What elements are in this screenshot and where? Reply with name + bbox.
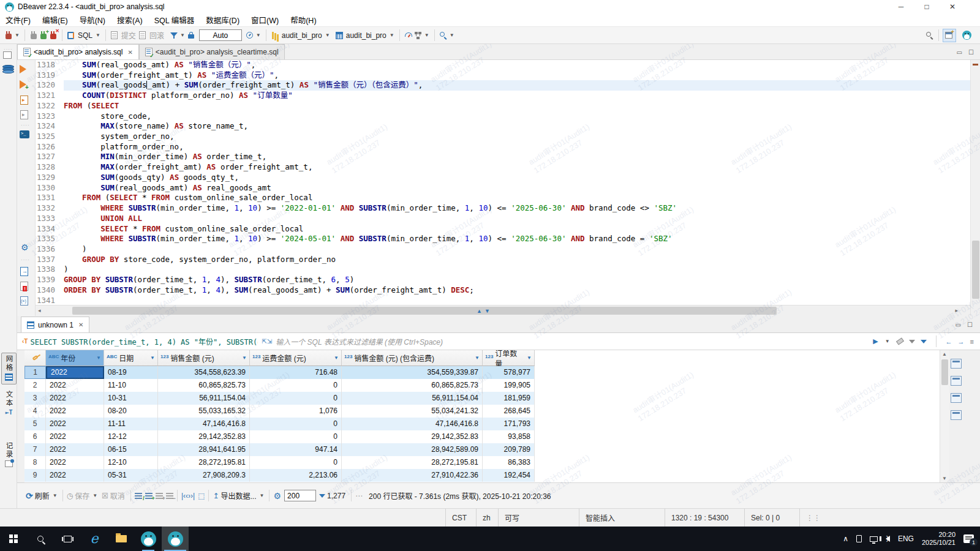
table-cell[interactable]: 2022 [46, 418, 104, 430]
cancel-button[interactable]: 取消 [110, 490, 125, 501]
table-cell[interactable]: 0 [250, 379, 342, 392]
minimize-editor-icon[interactable]: ▭ [957, 49, 962, 56]
code-line[interactable]: 1331 FROM (SELECT * FROM custom_online_s… [36, 193, 970, 203]
tab-analysis-cleartime-sql[interactable]: <audit_bi_pro> analysis_cleartime.sql [139, 44, 285, 59]
code-line[interactable]: 1324 MAX(store_name) AS store_name_t, [36, 121, 970, 132]
code-line[interactable]: 1338) [36, 264, 970, 275]
table-cell[interactable]: 12-12 [104, 430, 158, 443]
dbeaver-taskbar-icon-active[interactable] [162, 527, 189, 551]
table-cell[interactable]: 2022 [46, 366, 104, 379]
aggregate-panel-toggle-icon[interactable] [951, 410, 962, 420]
table-cell[interactable]: 28,941,641.95 [158, 443, 250, 456]
column-header-3[interactable]: 123销售金额 (元)▼ [158, 350, 250, 366]
tray-expand-icon[interactable]: ∧ [843, 534, 848, 543]
code-line[interactable]: 1334 SELECT * FROM custom_online_sale_or… [36, 224, 970, 234]
table-cell[interactable]: 08-20 [104, 405, 158, 418]
code-line[interactable]: 1339GROUP BY SUBSTR(order_time_t, 1, 4),… [36, 275, 970, 285]
validate-file-icon[interactable] [20, 282, 28, 291]
first-page-icon[interactable]: |‹ [181, 492, 186, 500]
column-filter-icon[interactable]: ▼ [239, 355, 247, 361]
table-row[interactable]: 2202211-1060,865,825.73060,865,825.73199… [24, 379, 940, 392]
network-dropdown[interactable]: ▼ [424, 32, 429, 38]
dbeaver-taskbar-icon[interactable] [135, 527, 162, 551]
scrollbar-thumb[interactable] [972, 241, 979, 299]
column-header-4[interactable]: 123运费金额 (元)▼ [250, 350, 342, 366]
code-line[interactable]: 1341 [36, 296, 970, 305]
code-line[interactable]: 1319 SUM(order_freight_amt_t) AS "运费金额（元… [36, 70, 970, 81]
sql-code-editor[interactable]: 1318 SUM(real_goods_amt) AS "销售金额（元）",13… [36, 60, 970, 305]
grid-scroll-up-icon[interactable]: ▲ [942, 351, 947, 357]
schema-selector[interactable]: audit_bi_pro [346, 31, 386, 40]
disconnect-icon[interactable] [48, 31, 58, 40]
result-tab-unknown-1[interactable]: unknown 1 ✕ [21, 317, 89, 332]
column-header-2[interactable]: ABC日期▼ [104, 350, 158, 366]
table-cell[interactable]: 60,865,825.73 [342, 379, 483, 392]
table-cell[interactable]: 29,142,352.83 [158, 430, 250, 443]
export-dropdown[interactable]: ▼ [260, 493, 265, 498]
result-settings-icon[interactable]: ⚙ [273, 491, 281, 501]
edit-cell-icon[interactable]: / [135, 493, 142, 499]
search-dropdown[interactable]: ▼ [450, 32, 454, 38]
code-line[interactable]: 1326 platform_order_no, [36, 142, 970, 152]
filter-menu-icon[interactable]: ≡ [970, 338, 974, 345]
last-page-icon[interactable]: ›| [190, 492, 195, 500]
grid-vertical-scrollbar[interactable]: ▲ ▼ [940, 350, 949, 482]
scrollbar-thumb[interactable] [72, 307, 777, 315]
start-button[interactable] [0, 527, 27, 551]
new-connection-dropdown[interactable]: ▼ [15, 32, 20, 38]
refresh-button[interactable]: 刷新 [35, 490, 50, 501]
code-line[interactable]: 1322FROM (SELECT [36, 101, 970, 111]
code-line[interactable]: 1321 COUNT(DISTINCT platform_order_no) A… [36, 91, 970, 101]
editor-settings-icon[interactable]: ⚙ [21, 242, 29, 252]
table-cell[interactable]: 86,383 [483, 456, 535, 469]
execute-script-icon[interactable] [20, 96, 28, 105]
table-row[interactable]: 6202212-1229,142,352.83029,142,352.8393,… [24, 430, 940, 443]
row-number[interactable]: 7 [24, 443, 46, 456]
scroll-left-icon[interactable]: ◂ [38, 307, 41, 313]
table-cell[interactable]: 2022 [46, 443, 104, 456]
table-cell[interactable]: 0 [250, 392, 342, 405]
connection-selector[interactable]: audit_bi_pro [282, 31, 322, 40]
table-cell[interactable]: 2022 [46, 469, 104, 482]
view-toggle-grid[interactable]: 网格 [1, 353, 17, 384]
column-filter-icon[interactable]: ▼ [524, 355, 532, 361]
scrollbar-thumb[interactable] [941, 359, 948, 385]
expand-filter-icon[interactable]: ⇱⇲ [262, 338, 272, 345]
table-cell[interactable]: 0 [250, 430, 342, 443]
apply-filter-icon[interactable]: ▶ [873, 337, 878, 345]
fetch-page-icon[interactable]: ⬚ [198, 492, 205, 500]
transaction-filter-icon[interactable] [169, 31, 179, 40]
column-filter-icon[interactable]: ▼ [94, 355, 101, 361]
duplicate-row-icon[interactable]: + [156, 493, 163, 499]
export-result-icon[interactable] [20, 267, 28, 276]
back-icon[interactable]: ← [946, 338, 952, 345]
ie-taskbar-icon[interactable]: e [81, 527, 108, 551]
code-line[interactable]: 1329 SUM(goods_qty) AS goods_qty_t, [36, 173, 970, 183]
schema-selector-dropdown[interactable]: ▼ [390, 32, 394, 38]
table-row[interactable]: 1202208-19354,558,623.39716.48354,559,33… [24, 366, 940, 379]
dbeaver-perspective-icon[interactable] [962, 31, 971, 40]
menu-item[interactable]: 导航(N) [80, 14, 105, 26]
reconnect-icon[interactable] [39, 31, 48, 40]
table-cell[interactable]: 28,272,195.81 [158, 456, 250, 469]
table-row[interactable]: 8202212-1028,272,195.81028,272,195.8186,… [24, 456, 940, 469]
table-cell[interactable]: 28,272,195.81 [342, 456, 483, 469]
calc-panel-toggle-icon[interactable] [951, 393, 962, 403]
task-view-button[interactable] [54, 527, 81, 551]
view-toggle-text[interactable]: 文本 ⇤T [1, 391, 17, 422]
table-cell[interactable]: 60,865,825.73 [158, 379, 250, 392]
code-line[interactable]: 1323 store_code, [36, 111, 970, 122]
sql-console-icon[interactable]: >_ [20, 130, 29, 138]
commit-button[interactable]: 提交 [121, 30, 136, 40]
delete-row-icon[interactable]: − [166, 493, 173, 499]
connect-icon[interactable] [29, 31, 39, 40]
add-row-icon[interactable]: + [145, 493, 153, 499]
table-cell[interactable]: 947.14 [250, 443, 342, 456]
column-header-5[interactable]: 123销售金额 (元) (包含运费)▼ [342, 350, 483, 366]
table-cell[interactable]: 578,977 [483, 366, 535, 379]
transaction-log-dropdown[interactable]: ▼ [256, 32, 261, 38]
table-cell[interactable]: 05-31 [104, 469, 158, 482]
code-line[interactable]: 1332 WHERE SUBSTR(min_order_time, 1, 10)… [36, 203, 970, 214]
taskbar-clock[interactable]: 20:20 2025/10/21 [922, 531, 956, 547]
refresh-icon[interactable]: ⟳ [26, 491, 33, 501]
